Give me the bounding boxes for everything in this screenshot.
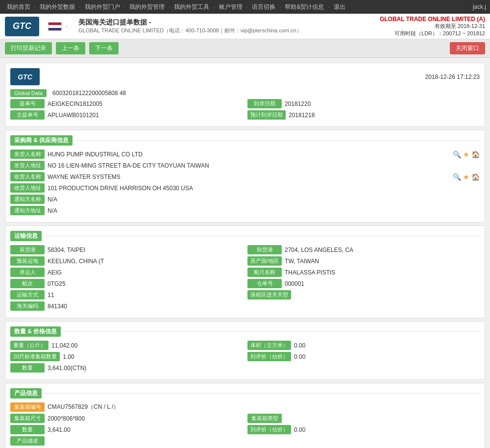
shipper-addr-label: 发货人地址: [10, 161, 45, 170]
buyer-supplier-header: 采购商 & 供应商信息: [10, 135, 480, 146]
volume-row: 体积（立方米） 0.00: [247, 341, 480, 350]
nav-account[interactable]: 账户管理: [216, 0, 245, 14]
consignee-search-icon[interactable]: 🔍: [453, 173, 461, 181]
quantity-price-section-label: 数量 & 价格信息: [10, 326, 61, 337]
ldr-info: 可用时段（LDR）：200712 ~ 201812: [380, 30, 485, 37]
consignee-addr-label: 收货人地址: [10, 183, 45, 193]
shipper-name-value: HUNG PUMP INDUSTRIAL CO LTD: [48, 151, 448, 158]
transport-mode-row: 运输方式 11: [10, 290, 243, 299]
shipper-star-icon[interactable]: ★: [463, 150, 469, 158]
arrival-date-value: 20181220: [285, 100, 480, 107]
volume-value: 0.00: [294, 342, 480, 349]
shipper-search-icon[interactable]: 🔍: [453, 150, 461, 158]
product-desc-row: 产品描述: [10, 436, 480, 446]
notify-addr-row: 通知方地址 N/A: [10, 206, 480, 215]
transport-mode-label: 运输方式: [10, 290, 45, 299]
record-header: GTC 2018-12-26 17:12:23: [10, 68, 480, 85]
product-qty-label: 数量: [10, 425, 45, 434]
customs-code-row: 海关编码 841340: [10, 301, 480, 311]
shipper-home-icon[interactable]: 🏠: [471, 150, 480, 158]
master-bill-value: APLUAWB0101201: [48, 112, 243, 119]
arrival-price-value: 0.00: [294, 353, 480, 360]
company-subtitle: GLOBAL TRADE ONLINE LIMITED（电话：400-710-3…: [78, 27, 302, 34]
twenty-ft-label: 20尺标准集箱数量: [10, 352, 60, 361]
nav-language[interactable]: 语言切换: [249, 0, 278, 14]
consignee-addr-row: 收货人地址 101 PRODUCTION DRIVE HARRISON OH 4…: [10, 183, 480, 193]
product-info-card: 产品信息 集装箱编号 CMAU7567829（CN / L /） 集装箱尺寸 2…: [5, 383, 485, 448]
top-navigation: 我的首页 · 我的外贸数据 · 我的外贸门户 · 我的外贸管理 · 我的外贸工具…: [0, 0, 490, 14]
container-size-label: 集装箱尺寸: [10, 414, 45, 423]
container-number-label: 集装箱编号: [10, 402, 45, 412]
record-logo: GTC: [10, 68, 40, 85]
nav-trade-portal[interactable]: 我的外贸门户: [82, 0, 123, 14]
container-size-value: 2000*806*800: [48, 415, 243, 422]
arrival-date-row: 到岸日期 20181220: [247, 99, 480, 108]
consignee-home-icon[interactable]: 🏠: [471, 173, 480, 181]
container-no-value: 000001: [285, 280, 480, 287]
customs-code-label: 海关编码: [10, 301, 45, 311]
product-desc-label: 产品描述: [10, 436, 45, 446]
planned-arrival-label: 预计到岸日期: [247, 110, 286, 120]
carrier-row: 承运人 AEIG: [10, 268, 243, 277]
twenty-ft-value: 1.00: [63, 353, 243, 360]
header-right: GLOBAL TRADE ONLINE LIMITED (A) 有效期至 201…: [380, 16, 485, 37]
transport-header: 运输信息: [10, 231, 480, 241]
product-price-row: 到岸价（估价） 0.00: [247, 425, 480, 434]
nav-help[interactable]: 帮助&贸计信息: [282, 0, 327, 14]
close-button-top[interactable]: 关闭窗口: [450, 42, 485, 54]
voyage-label: 航次: [10, 279, 45, 288]
pre-transport-label: 预装运地: [10, 256, 45, 266]
next-button[interactable]: 下一条: [89, 42, 119, 54]
consignee-name-label: 收货人名称: [10, 172, 45, 181]
validity-date: 有效期至 2018-12-31: [380, 23, 485, 30]
container-number-row: 集装箱编号 CMAU7567829（CN / L /）: [10, 402, 480, 412]
buyer-supplier-card: 采购商 & 供应商信息 发货人名称 HUNG PUMP INDUSTRIAL C…: [5, 130, 485, 223]
nav-trade-tools[interactable]: 我的外贸工具: [171, 0, 212, 14]
bill-no-value: AEIGKECIN1812005: [48, 100, 243, 107]
qty-label: 数量: [10, 363, 45, 373]
twenty-ft-row: 20尺标准集箱数量 1.00: [10, 352, 243, 361]
quantity-price-card: 数量 & 价格信息 重量（公斤） 11,042.00 体积（立方米） 0.00 …: [5, 321, 485, 380]
vessel-value: THALASSA PISTIS: [285, 269, 480, 276]
dest-port-value: 2704, LOS ANGELES, CA: [285, 247, 480, 253]
nav-trade-data[interactable]: 我的外贸数据: [37, 0, 78, 14]
print-button[interactable]: 打印贸易记录: [5, 42, 52, 54]
product-qty-row: 数量 3,641.00: [10, 425, 243, 434]
global-data-row: Global Data 60032018122200005808 48: [10, 89, 480, 97]
transport-card: 运输信息 装货港 58304, TAIPEI 卸货港 2704, LOS ANG…: [5, 225, 485, 318]
container-type-row: 集装箱类型: [247, 414, 480, 423]
logo-area: GTC - 美国海关进口提单数据 - GLOBAL TRADE ONLINE L…: [5, 17, 302, 36]
shipper-name-label: 发货人名称: [10, 149, 45, 159]
header: GTC - 美国海关进口提单数据 - GLOBAL TRADE ONLINE L…: [0, 14, 490, 39]
qty-row: 数量 3,641.00(CTN): [10, 363, 480, 373]
transport-section-label: 运输信息: [10, 231, 42, 241]
product-info-section-label: 产品信息: [10, 388, 42, 398]
shipper-addr-value: NO 16 LIEN-MING STREET BA-DE CITY TAOYUA…: [48, 162, 480, 169]
company-name: GLOBAL TRADE ONLINE LIMITED (A): [380, 16, 485, 23]
dest-port-row: 卸货港 2704, LOS ANGELES, CA: [247, 245, 480, 254]
prev-button[interactable]: 上一条: [56, 42, 85, 54]
flag-area: -: [48, 22, 70, 31]
weight-row: 重量（公斤） 11,042.00: [10, 341, 243, 350]
consignee-name-value: WAYNE WATER SYSTEMS: [48, 174, 448, 180]
product-qty-value: 3,641.00: [48, 426, 243, 433]
global-data-label: Global Data: [10, 89, 47, 97]
nav-logout[interactable]: 退出: [331, 0, 348, 14]
us-flag-icon: [48, 22, 62, 31]
weight-value: 11,042.00: [51, 342, 243, 349]
notify-addr-label: 通知方地址: [10, 206, 45, 215]
vessel-row: 船只名称 THALASSA PISTIS: [247, 268, 480, 277]
page-title-area: 美国海关进口提单数据 - GLOBAL TRADE ONLINE LIMITED…: [78, 18, 302, 34]
bill-no-label: 提单号: [10, 99, 45, 108]
container-number-value: CMAU7567829（CN / L /）: [48, 403, 480, 411]
carrier-label: 承运人: [10, 268, 45, 277]
dest-port-label: 卸货港: [247, 245, 282, 254]
nav-home[interactable]: 我的首页: [4, 0, 33, 14]
main-content: GTC 2018-12-26 17:12:23 Global Data 6003…: [0, 58, 490, 448]
arrival-price-label: 到岸价（估价）: [247, 352, 291, 361]
origin-country-value: TW, TAIWAN: [285, 258, 480, 265]
consignee-star-icon[interactable]: ★: [463, 173, 469, 181]
nav-trade-manage[interactable]: 我的外贸管理: [126, 0, 168, 14]
shipper-name-row: 发货人名称 HUNG PUMP INDUSTRIAL CO LTD 🔍 ★ 🏠: [10, 149, 480, 159]
bonded-label: 保税区进关关型: [247, 290, 291, 299]
